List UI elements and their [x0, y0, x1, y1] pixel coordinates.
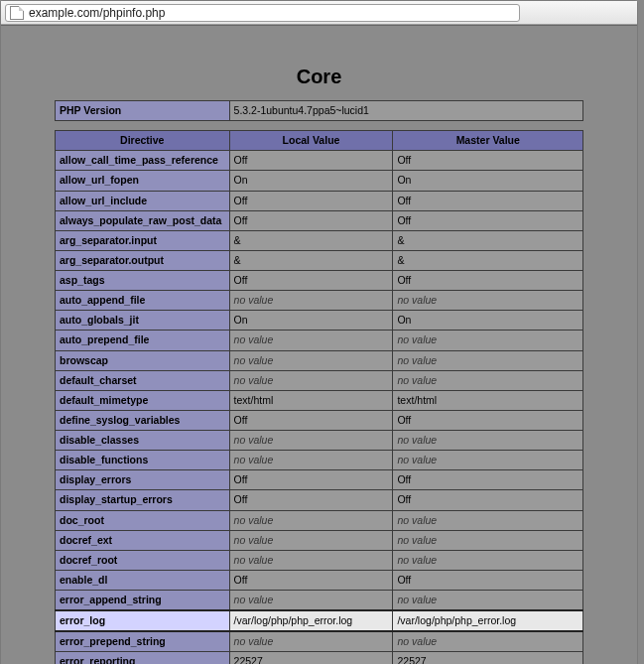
master-value-cell: &	[393, 250, 583, 270]
master-value-cell: Off	[393, 191, 583, 210]
directives-table: Directive Local Value Master Value allow…	[55, 130, 583, 664]
master-value-cell: &	[393, 230, 583, 250]
version-label: PHP Version	[56, 101, 230, 121]
local-value-cell: Off	[229, 191, 393, 210]
directive-cell: define_syslog_variables	[56, 410, 230, 430]
table-row: define_syslog_variablesOffOff	[56, 410, 583, 430]
local-value-cell: Off	[229, 570, 393, 590]
table-row: allow_call_time_pass_referenceOffOff	[56, 151, 583, 171]
local-value-cell: &	[229, 230, 393, 250]
local-value-cell: no value	[229, 631, 393, 652]
local-value-cell: Off	[229, 470, 393, 490]
master-value-cell: Off	[393, 490, 583, 510]
directive-cell: allow_url_include	[56, 191, 230, 210]
master-value-cell: On	[393, 171, 583, 191]
master-value-cell: no value	[393, 591, 583, 611]
directive-cell: arg_separator.output	[56, 250, 230, 270]
local-value-cell: /var/log/php/php_error.log	[229, 610, 393, 631]
local-value-cell: no value	[229, 291, 393, 311]
master-value-cell: Off	[393, 410, 583, 430]
master-value-cell: Off	[393, 210, 583, 230]
table-row: disable_classesno valueno value	[56, 431, 583, 451]
table-row: docref_rootno valueno value	[56, 550, 583, 570]
table-row: default_charsetno valueno value	[56, 370, 583, 390]
table-row: arg_separator.input&&	[56, 230, 583, 250]
master-value-cell: no value	[393, 431, 583, 451]
table-row: doc_rootno valueno value	[56, 510, 583, 530]
master-value-cell: no value	[393, 370, 583, 390]
directive-cell: error_prepend_string	[56, 631, 230, 652]
local-value-cell: Off	[229, 410, 393, 430]
address-bar: example.com/phpinfo.php	[1, 1, 637, 25]
table-row: disable_functionsno valueno value	[56, 451, 583, 470]
table-row: error_log/var/log/php/php_error.log/var/…	[56, 610, 583, 631]
local-value-cell: Off	[229, 210, 393, 230]
directive-cell: default_charset	[56, 370, 230, 390]
master-value-cell: Off	[393, 470, 583, 490]
master-value-cell: Off	[393, 271, 583, 291]
directive-cell: asp_tags	[56, 271, 230, 291]
directive-cell: enable_dl	[56, 570, 230, 590]
table-row: allow_url_includeOffOff	[56, 191, 583, 210]
browser-window: example.com/phpinfo.php Core PHP Version…	[0, 0, 638, 664]
local-value-cell: On	[229, 311, 393, 331]
table-row: PHP Version 5.3.2-1ubuntu4.7ppa5~lucid1	[56, 101, 583, 121]
local-value-cell: no value	[229, 350, 393, 370]
document-icon	[10, 6, 24, 20]
directive-cell: error_append_string	[56, 591, 230, 611]
local-value-cell: no value	[229, 591, 393, 611]
directive-cell: display_errors	[56, 470, 230, 490]
master-value-cell: no value	[393, 291, 583, 311]
directive-cell: docref_root	[56, 550, 230, 570]
table-row: auto_prepend_fileno valueno value	[56, 331, 583, 350]
local-value-cell: 22527	[229, 652, 393, 664]
master-value-cell: no value	[393, 530, 583, 550]
local-value-cell: text/html	[229, 390, 393, 410]
directive-cell: allow_url_fopen	[56, 171, 230, 191]
table-row: default_mimetypetext/htmltext/html	[56, 390, 583, 410]
directive-cell: doc_root	[56, 510, 230, 530]
url-field[interactable]: example.com/phpinfo.php	[5, 4, 520, 22]
table-row: error_reporting2252722527	[56, 652, 583, 664]
directive-cell: arg_separator.input	[56, 230, 230, 250]
master-value-cell: no value	[393, 331, 583, 350]
local-value-cell: no value	[229, 431, 393, 451]
url-text: example.com/phpinfo.php	[29, 6, 165, 20]
directive-cell: always_populate_raw_post_data	[56, 210, 230, 230]
local-value-cell: no value	[229, 370, 393, 390]
directive-cell: display_startup_errors	[56, 490, 230, 510]
php-version-table: PHP Version 5.3.2-1ubuntu4.7ppa5~lucid1	[55, 100, 583, 121]
header-directive: Directive	[56, 131, 230, 151]
directive-cell: error_log	[56, 610, 230, 631]
table-header-row: Directive Local Value Master Value	[56, 131, 583, 151]
section-title: Core	[55, 66, 583, 88]
master-value-cell: no value	[393, 350, 583, 370]
table-row: error_append_stringno valueno value	[56, 591, 583, 611]
table-row: auto_append_fileno valueno value	[56, 291, 583, 311]
directive-cell: allow_call_time_pass_reference	[56, 151, 230, 171]
master-value-cell: no value	[393, 631, 583, 652]
local-value-cell: no value	[229, 451, 393, 470]
directive-cell: auto_append_file	[56, 291, 230, 311]
master-value-cell: no value	[393, 510, 583, 530]
table-row: auto_globals_jitOnOn	[56, 311, 583, 331]
local-value-cell: Off	[229, 151, 393, 171]
table-row: error_prepend_stringno valueno value	[56, 631, 583, 652]
table-row: arg_separator.output&&	[56, 250, 583, 270]
directive-cell: default_mimetype	[56, 390, 230, 410]
local-value-cell: no value	[229, 331, 393, 350]
local-value-cell: no value	[229, 530, 393, 550]
header-master: Master Value	[393, 131, 583, 151]
directive-cell: auto_globals_jit	[56, 311, 230, 331]
master-value-cell: On	[393, 311, 583, 331]
local-value-cell: On	[229, 171, 393, 191]
directive-cell: disable_classes	[56, 431, 230, 451]
directive-cell: disable_functions	[56, 451, 230, 470]
local-value-cell: &	[229, 250, 393, 270]
table-row: docref_extno valueno value	[56, 530, 583, 550]
local-value-cell: Off	[229, 271, 393, 291]
page-viewport: Core PHP Version 5.3.2-1ubuntu4.7ppa5~lu…	[1, 25, 637, 664]
master-value-cell: /var/log/php/php_error.log	[393, 610, 583, 631]
directive-cell: error_reporting	[56, 652, 230, 664]
table-row: browscapno valueno value	[56, 350, 583, 370]
